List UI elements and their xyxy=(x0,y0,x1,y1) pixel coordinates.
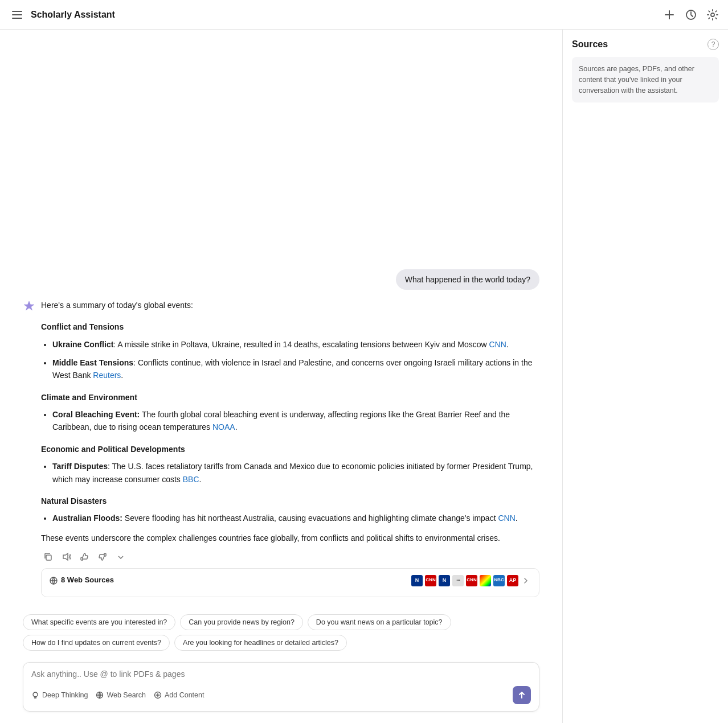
svg-marker-8 xyxy=(63,553,68,560)
history-button[interactable] xyxy=(685,9,697,21)
suggestion-btn-4[interactable]: How do I find updates on current events? xyxy=(23,635,170,651)
suggestion-btn-5[interactable]: Are you looking for headlines or detaile… xyxy=(174,635,347,651)
sources-title: Sources xyxy=(572,39,608,50)
thumbs-down-button[interactable] xyxy=(96,550,109,564)
web-sources-expand[interactable] xyxy=(521,576,531,586)
svg-rect-7 xyxy=(46,555,51,560)
favicon-cnn-2: CNN xyxy=(466,575,477,586)
input-box: Deep Thinking Web Search xyxy=(23,662,539,712)
assistant-intro: Here's a summary of today's global event… xyxy=(41,299,539,311)
suggestion-btn-3[interactable]: Do you want news on a particular topic? xyxy=(308,614,451,630)
send-button[interactable] xyxy=(513,686,531,704)
reuters-link[interactable]: Reuters xyxy=(93,371,121,380)
main-layout: What happened in the world today? Here's… xyxy=(0,30,728,723)
favicon-ap: AP xyxy=(507,575,518,586)
sources-help-button[interactable]: ? xyxy=(707,39,719,50)
assistant-conclusion: These events underscore the complex chal… xyxy=(41,532,539,544)
web-search-icon xyxy=(96,691,104,699)
favicon-nbc: NBC xyxy=(493,575,505,586)
speak-button[interactable] xyxy=(59,550,73,564)
globe-icon xyxy=(50,577,58,585)
economic-bullets: Tariff Disputes: The U.S. faces retaliat… xyxy=(41,460,539,486)
add-content-label: Add Content xyxy=(165,691,205,699)
section-heading-economic: Economic and Political Developments xyxy=(41,443,539,455)
bulb-icon xyxy=(31,691,39,699)
svg-point-6 xyxy=(711,13,714,17)
suggestions-area: What specific events are you interested … xyxy=(0,609,562,656)
svg-rect-0 xyxy=(12,11,22,12)
spacer xyxy=(23,41,539,260)
assistant-message: Here's a summary of today's global event… xyxy=(23,299,539,597)
bold-label: Middle East Tensions xyxy=(52,358,133,367)
header-icons xyxy=(663,9,719,21)
favicon-cnn-1: CNN xyxy=(425,575,436,586)
app-title: Scholarly Assistant xyxy=(31,10,115,20)
svg-point-10 xyxy=(33,692,38,697)
list-item: Coral Bleaching Event: The fourth global… xyxy=(52,408,539,434)
bold-label: Coral Bleaching Event: xyxy=(52,410,140,419)
chat-area: What happened in the world today? Here's… xyxy=(0,30,563,723)
web-sources-title: 8 Web Sources xyxy=(50,574,114,586)
input-action-left: Deep Thinking Web Search xyxy=(31,691,204,699)
deep-thinking-button[interactable]: Deep Thinking xyxy=(31,691,88,699)
web-sources-favicons: N CNN N ··· CNN NBC AP xyxy=(411,575,531,586)
settings-button[interactable] xyxy=(706,9,719,21)
assistant-content: Here's a summary of today's global event… xyxy=(41,299,539,597)
deep-thinking-label: Deep Thinking xyxy=(42,691,88,699)
noaa-link[interactable]: NOAA xyxy=(212,422,235,432)
list-item: Tariff Disputes: The U.S. faces retaliat… xyxy=(52,460,539,486)
favicon-noaa-2: N xyxy=(439,575,450,586)
user-message: What happened in the world today? xyxy=(396,269,539,290)
climate-bullets: Coral Bleaching Event: The fourth global… xyxy=(41,408,539,434)
web-search-label: Web Search xyxy=(107,691,146,699)
list-item: Australian Floods: Severe flooding has h… xyxy=(52,512,539,524)
copy-button[interactable] xyxy=(41,550,55,564)
cnn-link-floods[interactable]: CNN xyxy=(498,514,515,523)
send-icon xyxy=(517,691,526,700)
bbc-link[interactable]: BBC xyxy=(183,475,199,484)
section-heading-conflict: Conflict and Tensions xyxy=(41,321,539,333)
input-actions: Deep Thinking Web Search xyxy=(31,686,531,704)
favicon-rainbow xyxy=(480,575,491,586)
web-sources-card: 8 Web Sources N CNN N ··· CNN NBC AP xyxy=(41,568,539,597)
natural-bullets: Australian Floods: Severe flooding has h… xyxy=(41,512,539,524)
chat-messages: What happened in the world today? Here's… xyxy=(0,30,562,609)
section-heading-climate: Climate and Environment xyxy=(41,391,539,404)
bold-label: Tariff Disputes xyxy=(52,462,108,471)
svg-rect-1 xyxy=(12,14,22,15)
cnn-link-ukraine[interactable]: CNN xyxy=(489,340,506,349)
list-item: Middle East Tensions: Conflicts continue… xyxy=(52,356,539,382)
favicon-noaa: N xyxy=(411,575,423,586)
action-row xyxy=(41,550,539,564)
assistant-icon xyxy=(23,300,35,313)
suggestion-btn-2[interactable]: Can you provide news by region? xyxy=(180,614,303,630)
sources-description: Sources are pages, PDFs, and other conte… xyxy=(572,57,719,102)
thumbs-up-button[interactable] xyxy=(77,550,91,564)
svg-rect-2 xyxy=(12,18,22,19)
sidebar-toggle-button[interactable] xyxy=(9,7,25,23)
list-item: Ukraine Conflict: A missile strike in Po… xyxy=(52,338,539,351)
suggestion-btn-1[interactable]: What specific events are you interested … xyxy=(23,614,175,630)
section-heading-natural: Natural Disasters xyxy=(41,495,539,507)
new-chat-button[interactable] xyxy=(663,9,676,21)
favicon-dots: ··· xyxy=(452,575,464,586)
web-sources-header: 8 Web Sources N CNN N ··· CNN NBC AP xyxy=(50,574,531,586)
web-sources-count: 8 Web Sources xyxy=(61,574,114,586)
chat-input[interactable] xyxy=(31,669,531,679)
add-content-icon xyxy=(154,691,162,699)
input-area: Deep Thinking Web Search xyxy=(0,656,562,723)
header: Scholarly Assistant xyxy=(0,0,728,30)
bold-label: Australian Floods: xyxy=(52,514,122,523)
web-search-button[interactable]: Web Search xyxy=(96,691,146,699)
bold-label: Ukraine Conflict xyxy=(52,340,113,349)
sources-header: Sources ? xyxy=(572,39,719,50)
conflict-bullets: Ukraine Conflict: A missile strike in Po… xyxy=(41,338,539,382)
more-button[interactable] xyxy=(114,550,128,564)
header-left: Scholarly Assistant xyxy=(9,7,115,23)
add-content-button[interactable]: Add Content xyxy=(154,691,205,699)
sources-panel: Sources ? Sources are pages, PDFs, and o… xyxy=(563,30,728,723)
